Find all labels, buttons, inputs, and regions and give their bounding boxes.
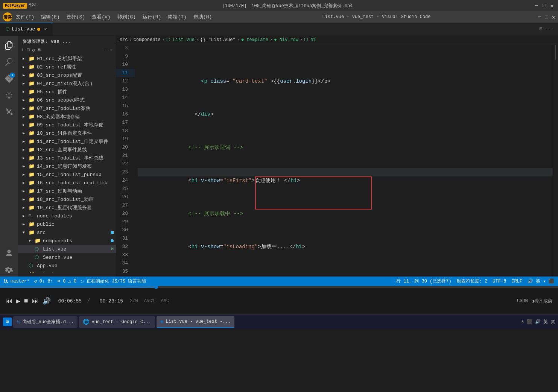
- menu-select[interactable]: 选择(S): [64, 12, 88, 22]
- folder-05[interactable]: ▶ 📁 05_src_插件: [18, 88, 116, 96]
- vscode-maximize[interactable]: □: [545, 14, 548, 20]
- vscode-minimize[interactable]: ─: [538, 14, 541, 20]
- folder-03[interactable]: ▶ 📁 03_src_props配置: [18, 71, 116, 79]
- arrow-icon: ▶: [23, 73, 29, 77]
- tab-close-icon[interactable]: ✕: [44, 26, 47, 32]
- arrow-icon: ▶: [23, 90, 29, 94]
- video-progress-bar[interactable]: [0, 286, 558, 288]
- audio-button[interactable]: 🔊: [43, 297, 51, 305]
- breadcrumb-sep: ›: [196, 37, 199, 43]
- code-line-8: <p class= "card-text" >{{user.login}}</p…: [138, 69, 553, 77]
- eol[interactable]: CRLF: [511, 279, 522, 284]
- arrow-icon: ▶: [23, 114, 29, 119]
- collapse-icon[interactable]: ⊠: [37, 47, 40, 53]
- activity-bar: 1: [0, 36, 18, 277]
- minimize-icon[interactable]: ─: [535, 3, 538, 9]
- close-icon[interactable]: ✕: [550, 3, 553, 9]
- line-numbers: 8 9 10 11 12 13 14 15 16 17 18 19 20 21 …: [116, 44, 135, 277]
- split-editor-icon[interactable]: ⊞: [540, 26, 543, 32]
- folder-16[interactable]: ▶ 📁 16_src_TodoList_nextTick: [18, 179, 116, 187]
- folder-01[interactable]: ▶ 📁 01_src_分析脚手架: [18, 55, 116, 63]
- menu-goto[interactable]: 转到(G): [114, 12, 139, 22]
- line-num-31: 31: [116, 234, 135, 243]
- menu-edit[interactable]: 编辑(E): [38, 12, 62, 22]
- vscode-close[interactable]: ✕: [552, 14, 555, 20]
- folder-icon: 📁: [29, 147, 35, 153]
- status-bar: master* ↺ 0↓ 8↑ ⊗ 0 △ 0 ◌ 正在初始化 JS/TS 语言…: [0, 277, 558, 286]
- folder-11[interactable]: ▶ 📁 11_src_TodoList_自定义事件: [18, 137, 116, 146]
- activity-account[interactable]: [2, 246, 16, 260]
- folder-09[interactable]: ▶ 📁 09_src_TodoList_本地存储: [18, 121, 116, 129]
- encoding[interactable]: UTF-8: [493, 279, 506, 284]
- code-view[interactable]: 8 9 10 11 12 13 14 15 16 17 18 19 20 21 …: [116, 44, 553, 277]
- file-search-vue[interactable]: ⬡ Search.vue: [18, 253, 116, 261]
- folder-04[interactable]: ▶ 📁 04_src_mixin混入(合): [18, 79, 116, 88]
- start-button[interactable]: ⊞: [3, 318, 12, 326]
- menu-terminal[interactable]: 终端(T): [165, 12, 189, 22]
- folder-components[interactable]: ▼ 📁 components: [18, 237, 116, 245]
- taskbar-word[interactable]: W 尚硅谷_Vue全家桶.d...: [13, 316, 78, 328]
- new-folder-icon[interactable]: ⊡: [26, 47, 29, 53]
- activity-explorer[interactable]: [2, 39, 16, 52]
- folder-08[interactable]: ▶ 📁 08_浏览器本地存储: [18, 112, 116, 121]
- folder-10[interactable]: ▶ 📁 10_src_组件自定义事件: [18, 129, 116, 137]
- activity-search[interactable]: [2, 55, 16, 69]
- activity-extensions[interactable]: [2, 105, 16, 119]
- folder-19[interactable]: ▶ 📁 19_src_配置代理服务器: [18, 204, 116, 212]
- lang-mode[interactable]: 🔊 英 ✦ ⬛: [528, 278, 554, 284]
- folder-07[interactable]: ▶ 📁 07_src_TodoList案例: [18, 104, 116, 112]
- menu-run[interactable]: 运行(R): [140, 12, 164, 22]
- potplayer-logo[interactable]: PotPlayer: [3, 3, 27, 9]
- file-main-js[interactable]: JS main.js: [18, 270, 116, 273]
- more-icon[interactable]: ···: [103, 47, 113, 53]
- new-file-icon[interactable]: +: [21, 47, 24, 53]
- file-app-vue[interactable]: ⬡ App.vue: [18, 261, 116, 270]
- taskbar-vscode[interactable]: ◈ List.vue - vue_test -...: [157, 316, 234, 328]
- refresh-icon[interactable]: ↻: [32, 47, 35, 53]
- progress-handle[interactable]: [154, 285, 158, 289]
- prev-button[interactable]: ⏮: [6, 297, 12, 305]
- more-actions-icon[interactable]: ···: [546, 26, 554, 32]
- maximize-icon[interactable]: □: [543, 3, 546, 9]
- folder-nodemodules[interactable]: ▶ ⊞ node_modules: [18, 212, 116, 220]
- arrow-icon: ▶: [23, 98, 29, 102]
- folder-label: 16_src_TodoList_nextTick: [37, 180, 116, 186]
- arrow-icon: ▶: [23, 139, 29, 144]
- folder-icon: 📁: [29, 188, 35, 194]
- taskbar-chrome[interactable]: 🌐 vue_test - Google C...: [79, 316, 155, 328]
- folder-02[interactable]: ▶ 📁 02_src_ref属性: [18, 63, 116, 71]
- folder-public[interactable]: ▶ 📁 public: [18, 220, 116, 228]
- tab-size[interactable]: 制表符长度: 2: [457, 278, 488, 284]
- folder-17[interactable]: ▶ 📁 17_src_过度与动画: [18, 187, 116, 195]
- stop-button[interactable]: ■: [24, 297, 28, 305]
- breadcrumb-sep: ›: [129, 37, 132, 43]
- breadcrumb-scope: {} "List.vue": [200, 37, 236, 43]
- folder-icon: 📁: [29, 205, 35, 211]
- menu-help[interactable]: 帮助(H): [190, 12, 215, 22]
- folder-label: components: [43, 238, 111, 244]
- folder-13[interactable]: ▶ 📁 13_src_TodoList_事件总线: [18, 154, 116, 162]
- git-branch[interactable]: master*: [4, 279, 29, 284]
- folder-15[interactable]: ▶ 📁 15_src_TodoList_pubsub: [18, 170, 116, 179]
- scrollbar-thumb[interactable]: [555, 45, 556, 60]
- folder-18[interactable]: ▶ 📁 18_src_TodoList_动画: [18, 195, 116, 204]
- file-list-vue[interactable]: ⬡ List.vue M: [18, 245, 116, 253]
- folder-12[interactable]: ▶ 📁 12_src_全局事件总线: [18, 146, 116, 154]
- title-controls[interactable]: ─ □ ✕: [535, 3, 558, 9]
- next-button[interactable]: ⏭: [32, 297, 39, 305]
- folder-14[interactable]: ▶ 📁 14_src_消息订阅与发布: [18, 162, 116, 170]
- title-format: MP4: [29, 3, 37, 8]
- tab-list-vue[interactable]: ⬡ List.vue ✕: [0, 23, 53, 36]
- folder-label: 04_src_mixin混入(合): [37, 80, 116, 87]
- play-button[interactable]: ▶: [16, 297, 20, 305]
- menu-file[interactable]: 文件(F): [13, 12, 37, 22]
- folder-src[interactable]: ▼ 📁 src: [18, 228, 116, 237]
- folder-06[interactable]: ▶ 📁 06_src_scoped样式: [18, 96, 116, 104]
- menu-view[interactable]: 查看(V): [89, 12, 113, 22]
- activity-git[interactable]: 1: [2, 72, 16, 85]
- cursor-position[interactable]: 行 11, 列 30 (已选择7): [396, 278, 451, 284]
- activity-debug[interactable]: [2, 88, 16, 102]
- window-controls[interactable]: ─ □ ✕: [538, 14, 555, 20]
- activity-settings[interactable]: [2, 263, 16, 277]
- csdn-icon: CSDN: [517, 298, 528, 304]
